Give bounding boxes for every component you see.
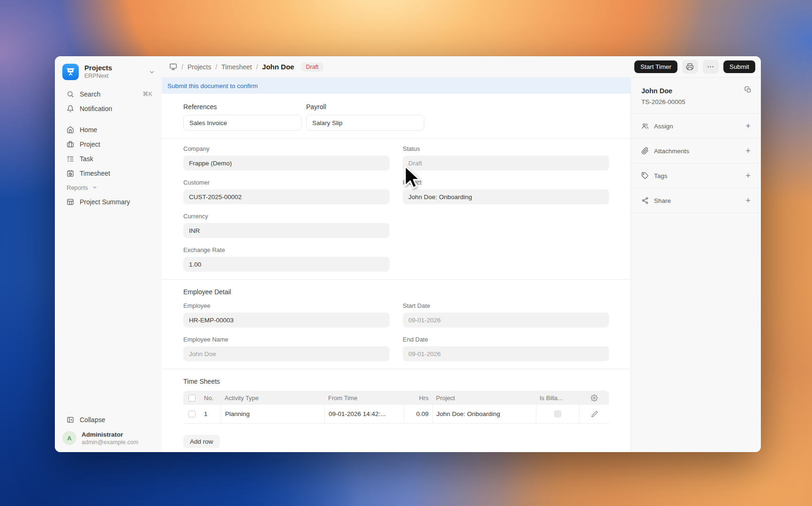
- section-divider: [162, 369, 631, 369]
- submit-alert-banner: Submit this document to confirm: [162, 78, 631, 94]
- start-date-input: 09-01-2026: [403, 313, 609, 327]
- row-hrs[interactable]: 0.09: [404, 405, 432, 423]
- briefcase-icon: [67, 141, 74, 148]
- printer-icon: [686, 63, 694, 71]
- employee-label: Employee: [183, 302, 390, 309]
- print-button[interactable]: [682, 60, 698, 74]
- task-checklist-icon: [67, 155, 74, 163]
- sidebar-item-project-summary[interactable]: Project Summary: [55, 194, 162, 209]
- field-start-date: Start Date 09-01-2026: [403, 302, 609, 327]
- field-exchange-rate: Exchange Rate 1.00: [183, 246, 390, 272]
- share-label: Share: [654, 197, 740, 204]
- add-assign-plus-icon[interactable]: +: [745, 122, 751, 130]
- copy-icon: [744, 86, 752, 93]
- field-employee: Employee HR-EMP-00003: [183, 302, 390, 327]
- currency-input[interactable]: INR: [183, 223, 390, 238]
- end-date-label: End Date: [403, 336, 609, 343]
- tags-section[interactable]: Tags +: [631, 164, 761, 188]
- col-activity-type: Activity Type: [221, 394, 324, 402]
- assign-users-icon: [641, 122, 649, 130]
- section-divider: [162, 279, 631, 280]
- breadcrumb: / Projects / Timesheet / John Doe Draft: [169, 62, 323, 72]
- row-from-time[interactable]: 09-01-2026 14:42:...: [324, 405, 404, 423]
- monitor-icon[interactable]: [169, 63, 177, 71]
- field-currency: Currency INR: [183, 213, 390, 238]
- table-settings-gear-icon[interactable]: [591, 394, 598, 402]
- add-tag-plus-icon[interactable]: +: [745, 171, 751, 180]
- timesheet-label: Timesheet: [80, 170, 152, 177]
- notification-label: Notification: [80, 105, 152, 112]
- document-form: Submit this document to confirm Referenc…: [162, 78, 631, 452]
- col-no: No.: [200, 394, 221, 402]
- search-shortcut: ⌘K: [143, 90, 152, 97]
- submit-button[interactable]: Submit: [723, 60, 755, 73]
- table-row[interactable]: 1 Planning 09-01-2026 14:42:... 0.09 Joh…: [183, 405, 609, 424]
- alert-message[interactable]: Submit this document to confirm: [167, 82, 258, 89]
- home-label: Home: [80, 126, 152, 134]
- references-section-label: References: [183, 103, 301, 111]
- sidebar-group-reports[interactable]: Reports: [55, 180, 162, 194]
- app-subtitle: ERPNext: [84, 73, 143, 80]
- assign-label: Assign: [654, 123, 740, 130]
- edit-row-pencil-icon[interactable]: [591, 411, 598, 417]
- currency-label: Currency: [183, 213, 390, 220]
- sidebar-item-home[interactable]: Home: [55, 122, 162, 137]
- row-checkbox[interactable]: [188, 410, 195, 417]
- customer-input[interactable]: CUST-2025-00002: [183, 189, 390, 204]
- status-input: Draft: [403, 156, 609, 171]
- field-status: Status Draft: [403, 145, 609, 171]
- breadcrumb-timesheet[interactable]: Timesheet: [221, 63, 252, 71]
- add-attachment-plus-icon[interactable]: +: [745, 147, 751, 155]
- col-from-time: From Time: [324, 394, 404, 402]
- start-timer-button[interactable]: Start Timer: [634, 60, 677, 73]
- payroll-section-label: Payroll: [306, 103, 424, 111]
- salary-slip-link[interactable]: Salary Slip: [306, 115, 424, 131]
- chevron-down-icon: [149, 69, 155, 75]
- projects-app-icon: [62, 64, 79, 80]
- col-is-billable: Is Billa...: [536, 394, 579, 402]
- sidebar-item-task[interactable]: Task: [55, 151, 162, 166]
- sidebar-item-search[interactable]: Search ⌘K: [55, 87, 162, 101]
- task-label: Task: [80, 155, 152, 163]
- attachments-label: Attachments: [654, 148, 740, 155]
- bell-icon: [67, 105, 74, 112]
- search-icon: [67, 90, 74, 98]
- sales-invoice-link[interactable]: Sales Invoice: [183, 115, 301, 131]
- add-share-plus-icon[interactable]: +: [745, 196, 751, 205]
- time-sheets-section-title: Time Sheets: [183, 378, 609, 385]
- copy-button[interactable]: [744, 86, 752, 93]
- sidebar-item-timesheet[interactable]: Timesheet: [55, 166, 162, 180]
- select-all-checkbox[interactable]: [188, 394, 195, 402]
- paperclip-icon: [641, 147, 649, 155]
- time-sheets-table: No. Activity Type From Time Hrs Project …: [183, 391, 609, 424]
- sidebar-item-notification[interactable]: Notification: [55, 101, 162, 116]
- field-project: Project John Doe: Onboarding: [403, 179, 609, 204]
- app-title: Projects: [84, 64, 143, 73]
- exchange-rate-input[interactable]: 1.00: [183, 257, 390, 272]
- attachments-section[interactable]: Attachments +: [631, 139, 761, 164]
- company-input[interactable]: Frappe (Demo): [183, 156, 390, 171]
- breadcrumb-projects[interactable]: Projects: [188, 63, 211, 71]
- employee-detail-section-title: Employee Detail: [183, 288, 609, 296]
- employee-input[interactable]: HR-EMP-00003: [183, 313, 390, 327]
- user-email: admin@example.com: [82, 439, 138, 446]
- user-name: Administrator: [82, 431, 138, 439]
- share-section[interactable]: Share +: [631, 188, 761, 213]
- end-date-input: 09-01-2026: [403, 346, 609, 361]
- chevron-down-icon: [92, 185, 98, 190]
- user-menu[interactable]: A Administrator admin@example.com: [55, 427, 162, 446]
- tag-icon: [641, 172, 649, 179]
- home-icon: [67, 126, 74, 134]
- project-input[interactable]: John Doe: Onboarding: [403, 189, 609, 204]
- add-row-button[interactable]: Add row: [183, 435, 220, 448]
- user-avatar: A: [62, 431, 76, 445]
- row-activity-type[interactable]: Planning: [221, 405, 324, 423]
- more-actions-button[interactable]: [703, 60, 719, 74]
- row-project[interactable]: John Doe: Onboarding: [432, 405, 536, 423]
- ellipsis-icon: [707, 63, 714, 71]
- collapse-label: Collapse: [80, 416, 152, 424]
- app-switcher[interactable]: Projects ERPNext: [55, 63, 162, 87]
- sidebar-item-project[interactable]: Project: [55, 137, 162, 151]
- sidebar-collapse-button[interactable]: Collapse: [55, 412, 162, 427]
- assign-section[interactable]: Assign +: [631, 114, 761, 139]
